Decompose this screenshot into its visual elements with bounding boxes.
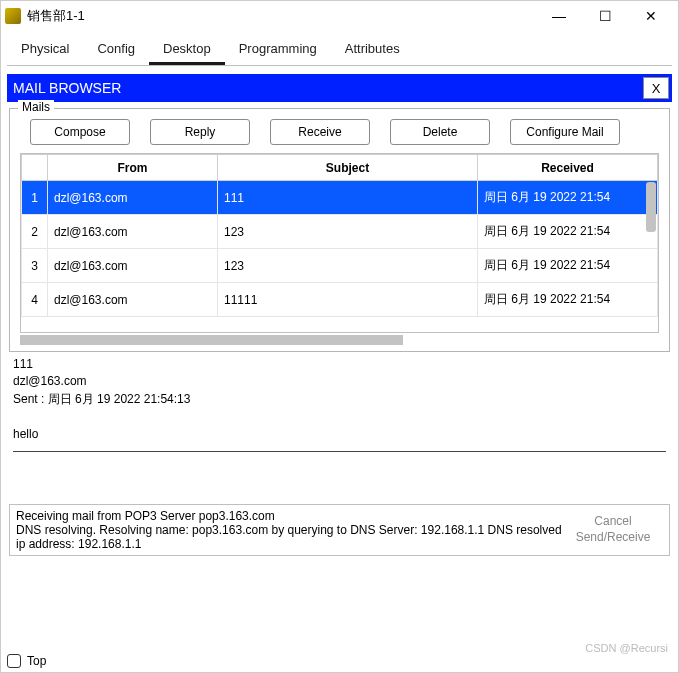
row-number: 4 — [22, 283, 48, 317]
mails-legend: Mails — [18, 100, 54, 114]
mailbrowser-title: MAIL BROWSER — [13, 80, 121, 96]
message-preview: 111 dzl@163.com Sent : 周日 6月 19 2022 21:… — [7, 352, 672, 464]
close-window-button[interactable]: ✕ — [628, 1, 674, 31]
tab-programming[interactable]: Programming — [225, 37, 331, 65]
top-checkbox[interactable] — [7, 654, 21, 668]
cell-subject: 123 — [218, 249, 478, 283]
window-title: 销售部1-1 — [27, 7, 536, 25]
tab-physical[interactable]: Physical — [7, 37, 83, 65]
cancel-button[interactable]: Cancel — [563, 514, 663, 530]
row-number: 2 — [22, 215, 48, 249]
mails-group: Mails Compose Reply Receive Delete Confi… — [9, 108, 670, 352]
preview-body: hello — [13, 426, 666, 443]
send-receive-button[interactable]: Send/Receive — [563, 530, 663, 546]
minimize-button[interactable]: — — [536, 1, 582, 31]
watermark: CSDN @Recursi — [585, 642, 668, 654]
row-number: 3 — [22, 249, 48, 283]
cell-subject: 123 — [218, 215, 478, 249]
footer: Top — [1, 650, 678, 672]
table-row[interactable]: 1dzl@163.com111周日 6月 19 2022 21:54 — [22, 181, 658, 215]
title-bar: 销售部1-1 — ☐ ✕ — [1, 1, 678, 31]
cell-received: 周日 6月 19 2022 21:54 — [478, 215, 658, 249]
preview-from: dzl@163.com — [13, 373, 666, 390]
tab-desktop[interactable]: Desktop — [149, 37, 225, 65]
mail-table: From Subject Received 1dzl@163.com111周日 … — [20, 153, 659, 333]
cell-from: dzl@163.com — [48, 249, 218, 283]
preview-subject: 111 — [13, 356, 666, 373]
row-number: 1 — [22, 181, 48, 215]
cell-from: dzl@163.com — [48, 215, 218, 249]
col-received[interactable]: Received — [478, 155, 658, 181]
maximize-button[interactable]: ☐ — [582, 1, 628, 31]
table-row[interactable]: 4dzl@163.com11111周日 6月 19 2022 21:54 — [22, 283, 658, 317]
cell-received: 周日 6月 19 2022 21:54 — [478, 181, 658, 215]
cell-received: 周日 6月 19 2022 21:54 — [478, 283, 658, 317]
cell-from: dzl@163.com — [48, 283, 218, 317]
tabs: Physical Config Desktop Programming Attr… — [7, 37, 672, 66]
table-row[interactable]: 3dzl@163.com123周日 6月 19 2022 21:54 — [22, 249, 658, 283]
table-row[interactable]: 2dzl@163.com123周日 6月 19 2022 21:54 — [22, 215, 658, 249]
vertical-scrollbar[interactable] — [646, 182, 656, 232]
tab-config[interactable]: Config — [83, 37, 149, 65]
delete-button[interactable]: Delete — [390, 119, 490, 145]
cell-subject: 111 — [218, 181, 478, 215]
top-label: Top — [27, 654, 46, 668]
status-bar: Receiving mail from POP3 Server pop3.163… — [9, 504, 670, 556]
cell-received: 周日 6月 19 2022 21:54 — [478, 249, 658, 283]
status-line-1: Receiving mail from POP3 Server pop3.163… — [16, 509, 563, 523]
status-line-2: DNS resolving. Resolving name: pop3.163.… — [16, 523, 563, 551]
configure-mail-button[interactable]: Configure Mail — [510, 119, 620, 145]
compose-button[interactable]: Compose — [30, 119, 130, 145]
col-subject[interactable]: Subject — [218, 155, 478, 181]
receive-button[interactable]: Receive — [270, 119, 370, 145]
cell-subject: 11111 — [218, 283, 478, 317]
cell-from: dzl@163.com — [48, 181, 218, 215]
col-from[interactable]: From — [48, 155, 218, 181]
preview-sent: Sent : 周日 6月 19 2022 21:54:13 — [13, 391, 666, 408]
mailbrowser-header: MAIL BROWSER X — [7, 74, 672, 102]
col-rownum — [22, 155, 48, 181]
preview-divider — [13, 451, 666, 452]
reply-button[interactable]: Reply — [150, 119, 250, 145]
tab-attributes[interactable]: Attributes — [331, 37, 414, 65]
horizontal-scrollbar[interactable] — [20, 335, 403, 345]
mailbrowser-close-button[interactable]: X — [643, 77, 669, 99]
app-icon — [5, 8, 21, 24]
